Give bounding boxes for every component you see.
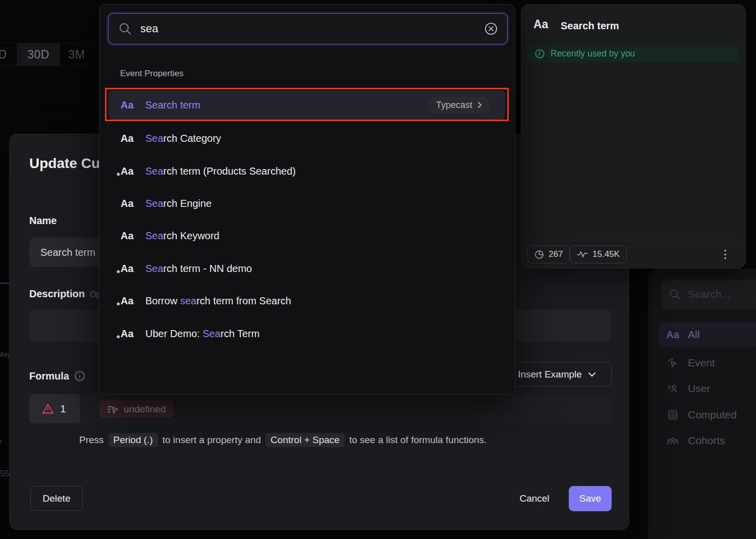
- property-search-dropdown: sea Event Properties Aa* Search term Typ…: [99, 4, 515, 395]
- time-segment-fragment[interactable]: D: [0, 43, 9, 66]
- name-value: Search term: [40, 247, 95, 258]
- list-item-search-term-products[interactable]: Aa* Search term (Products Searched): [109, 156, 505, 186]
- properties-sidebar: Search... Aa All Event User Computed: [650, 268, 756, 539]
- user-icon: [666, 383, 679, 395]
- search-icon: [119, 22, 132, 35]
- panel-footer-divider: [521, 240, 745, 241]
- modal-title: Update Cu: [29, 155, 100, 172]
- more-options-button[interactable]: ⋮: [720, 246, 730, 262]
- list-item-search-term[interactable]: Aa* Search term Typecast: [109, 90, 505, 120]
- cardinality-value: 267: [549, 249, 563, 259]
- custom-string-type-icon: Aa*: [121, 295, 138, 307]
- activity-icon: [577, 250, 588, 258]
- string-type-icon: Aa*: [121, 230, 138, 242]
- sidebar-item-cohorts[interactable]: Cohorts: [659, 429, 756, 452]
- string-type-icon: Aa*: [121, 133, 138, 144]
- recently-used-badge: Recently used by you: [528, 45, 739, 62]
- error-count: 1: [60, 403, 66, 415]
- formula-error-gutter: 1: [29, 394, 79, 423]
- clock-icon: [534, 48, 545, 59]
- formula-hint-text: Press Period (.) to insert a property an…: [79, 433, 487, 447]
- calculator-icon: [666, 409, 679, 421]
- event-cursor-icon: [666, 357, 679, 369]
- search-query: sea: [140, 22, 484, 35]
- chart-gridline: [0, 120, 99, 120]
- volume-stat-pill[interactable]: 15.45K: [570, 245, 627, 263]
- custom-string-type-icon: Aa*: [121, 166, 138, 177]
- list-item-search-keyword[interactable]: Aa* Search Keyword: [109, 221, 505, 250]
- pie-chart-icon: [534, 250, 544, 259]
- app-screen: D 30D 3M May e 55 Update Cu Name Search …: [0, 0, 756, 539]
- info-icon[interactable]: [74, 370, 85, 384]
- sidebar-search-placeholder: Search...: [688, 288, 730, 300]
- search-icon: [669, 289, 681, 300]
- sidebar-item-label: User: [688, 383, 710, 395]
- y-axis-label: 55: [0, 469, 9, 478]
- string-type-icon: Aa: [533, 18, 548, 31]
- delete-button[interactable]: Delete: [30, 486, 83, 511]
- string-type-icon: Aa: [666, 329, 679, 341]
- chevron-down-icon: [588, 372, 596, 377]
- property-title: Search term: [561, 20, 619, 32]
- cancel-button[interactable]: Cancel: [507, 486, 562, 511]
- custom-string-type-icon: Aa*: [121, 263, 138, 275]
- warning-icon: [42, 403, 54, 414]
- panel-divider: [649, 273, 650, 539]
- time-segment-3m[interactable]: 3M: [60, 43, 94, 66]
- axis-fragment: e: [0, 437, 2, 445]
- sidebar-item-computed[interactable]: Computed: [659, 403, 756, 426]
- sidebar-item-label: Event: [688, 357, 715, 369]
- sidebar-item-label: Cohorts: [688, 435, 725, 447]
- custom-string-type-icon: Aa*: [121, 328, 138, 340]
- search-input[interactable]: sea: [108, 13, 508, 44]
- list-item-uber-demo-search-term[interactable]: Aa* Uber Demo: Search Term: [109, 319, 505, 348]
- sidebar-item-label: Computed: [688, 409, 737, 421]
- sidebar-item-all[interactable]: Aa All: [659, 322, 756, 347]
- insert-example-button[interactable]: Insert Example: [502, 362, 612, 387]
- chart-line-fragment: [0, 283, 9, 284]
- list-item-search-category[interactable]: Aa* Search Category: [109, 124, 505, 153]
- string-type-icon: Aa*: [121, 99, 138, 111]
- chart-gridline: [0, 86, 99, 87]
- time-segment-30d[interactable]: 30D: [17, 43, 60, 66]
- volume-value: 15.45K: [592, 249, 620, 259]
- recently-used-label: Recently used by you: [551, 48, 635, 59]
- clear-search-icon[interactable]: [484, 22, 498, 36]
- sidebar-search-input[interactable]: Search...: [661, 280, 756, 309]
- chevron-right-icon: [477, 101, 482, 109]
- list-item-search-term-nn-demo[interactable]: Aa* Search term - NN demo: [109, 254, 505, 283]
- undefined-formula-chip[interactable]: undefined: [99, 400, 173, 418]
- section-header: Event Properties: [120, 69, 184, 79]
- cohorts-icon: [666, 435, 679, 447]
- sidebar-item-event[interactable]: Event: [659, 351, 756, 374]
- chip-label: undefined: [124, 404, 166, 415]
- formula-label: Formula: [29, 370, 85, 384]
- save-button[interactable]: Save: [569, 486, 612, 511]
- kbd-period: Period (.): [109, 433, 158, 447]
- name-label: Name: [29, 215, 57, 227]
- sidebar-item-user[interactable]: User: [659, 377, 756, 400]
- property-details-panel: Aa Search term Recently used by you 267 …: [521, 4, 746, 268]
- sidebar-item-label: All: [688, 329, 699, 341]
- string-type-icon: Aa*: [121, 198, 138, 209]
- insert-property-icon: [107, 405, 119, 414]
- formula-input[interactable]: 1 undefined: [29, 394, 611, 423]
- list-item-search-engine[interactable]: Aa* Search Engine: [109, 189, 505, 218]
- list-item-borrow-search-term[interactable]: Aa* Borrow search term from Search: [109, 286, 505, 315]
- cardinality-stat-pill[interactable]: 267: [527, 245, 570, 263]
- kbd-control-space: Control + Space: [265, 433, 345, 447]
- typecast-label: Typecast: [436, 100, 472, 111]
- insert-example-label: Insert Example: [518, 369, 582, 380]
- typecast-button[interactable]: Typecast: [428, 97, 490, 113]
